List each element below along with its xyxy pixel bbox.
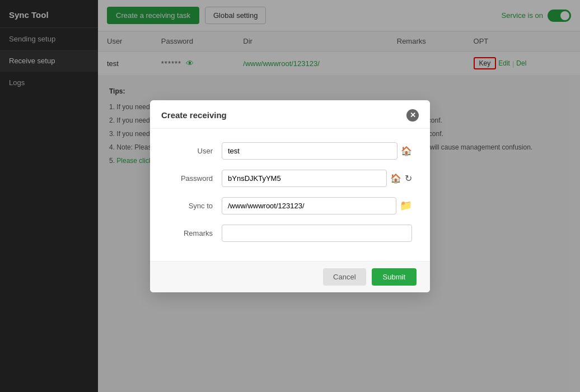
password-input[interactable] (222, 170, 387, 187)
password-input-wrap: 🏠 ↻ (222, 170, 412, 187)
remarks-input[interactable] (222, 225, 412, 242)
password-field-row: Password 🏠 ↻ (168, 170, 412, 187)
modal-overlay: Create receiving ✕ User 🏠 Password 🏠 ↻ (0, 0, 580, 392)
sync-to-label: Sync to (168, 202, 213, 210)
remarks-input-wrap (222, 225, 412, 242)
sync-to-input-wrap: 📁 (222, 197, 412, 214)
sync-to-input[interactable] (222, 197, 396, 214)
submit-button[interactable]: Submit (372, 268, 417, 286)
user-label: User (168, 147, 213, 155)
password-icon: 🏠 (390, 173, 401, 184)
modal-body: User 🏠 Password 🏠 ↻ Sync to (150, 129, 430, 261)
user-icon: 🏠 (401, 146, 412, 156)
modal-footer: Cancel Submit (150, 261, 430, 292)
modal-header: Create receiving ✕ (150, 100, 430, 129)
remarks-field-row: Remarks (168, 225, 412, 242)
folder-icon[interactable]: 📁 (400, 199, 412, 212)
refresh-password-icon[interactable]: ↻ (405, 173, 412, 184)
create-receiving-modal: Create receiving ✕ User 🏠 Password 🏠 ↻ (150, 100, 430, 292)
user-field-row: User 🏠 (168, 142, 412, 160)
modal-close-button[interactable]: ✕ (406, 109, 419, 122)
sync-to-field-row: Sync to 📁 (168, 197, 412, 214)
modal-title: Create receiving (161, 110, 227, 120)
cancel-button[interactable]: Cancel (323, 268, 366, 286)
user-input-wrap: 🏠 (222, 142, 412, 160)
remarks-label: Remarks (168, 229, 213, 237)
password-label: Password (168, 174, 213, 183)
user-input[interactable] (222, 142, 397, 160)
